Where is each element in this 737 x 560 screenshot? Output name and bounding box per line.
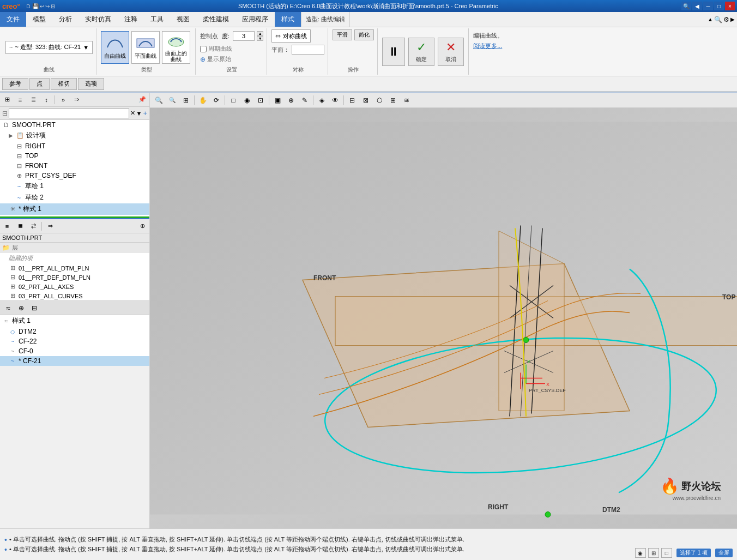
layer-new-btn[interactable]: ⊕: [136, 221, 148, 232]
read-more-link[interactable]: 阅读更多...: [473, 43, 502, 49]
menu-settings-icon[interactable]: ⚙: [723, 16, 729, 23]
status-icon2[interactable]: ⊞: [648, 548, 659, 558]
surface-curve-btn[interactable]: 曲面上的曲线: [162, 31, 190, 64]
free-curve-btn[interactable]: 自由曲线: [101, 31, 129, 64]
control-points-spinner[interactable]: ▲ ▼: [257, 31, 263, 41]
tree-item-design[interactable]: ▶ 📋 设计项: [0, 130, 149, 141]
tab-points[interactable]: 点: [29, 78, 50, 90]
search-clear-icon[interactable]: ✕: [130, 110, 135, 117]
window-search-icon[interactable]: 🔍: [681, 2, 691, 10]
vp-hidden[interactable]: ⊡: [254, 94, 267, 106]
sb-grid-btn[interactable]: ⊞: [1, 94, 13, 105]
style-item-cf21[interactable]: ~ * CF-21: [0, 356, 149, 366]
vp-view[interactable]: 👁: [329, 94, 342, 106]
menu-file[interactable]: 文件: [0, 12, 26, 27]
curve-selector-dropdown[interactable]: ▼: [83, 44, 89, 51]
tree-item-prt-csys[interactable]: ⊕ PRT_CSYS_DEF: [0, 171, 149, 180]
spin-down[interactable]: ▼: [257, 36, 263, 41]
menu-arrow-up[interactable]: ▲: [708, 16, 713, 22]
menu-flexible-modeling[interactable]: 柔性建模: [196, 12, 235, 27]
vp-extra3[interactable]: ⬡: [373, 94, 386, 106]
style-item-cf0[interactable]: ~ CF-0: [0, 346, 149, 356]
search-add-icon[interactable]: +: [143, 109, 147, 117]
tab-options[interactable]: 选项: [78, 78, 104, 90]
layer-list2-btn[interactable]: ≣: [14, 221, 26, 232]
canvas-area[interactable]: 按照前面的操作，几秒钟就把曲线的位置调整好了: [150, 108, 737, 528]
menu-search-icon[interactable]: 🔍: [714, 16, 722, 23]
confirm-btn[interactable]: ✓ 确定: [408, 38, 434, 66]
layer-settings-btn[interactable]: ⇒: [44, 221, 56, 232]
status-icon3[interactable]: □: [661, 548, 672, 558]
layer-item-3[interactable]: ⊞ 02_PRT_ALL_AXES: [0, 282, 149, 291]
perimeter-checkbox[interactable]: [200, 46, 207, 52]
design-expand[interactable]: ▶: [9, 133, 14, 139]
smooth-btn[interactable]: 平滑: [333, 29, 352, 40]
sb-list2-btn[interactable]: ≣: [27, 94, 39, 105]
menu-model[interactable]: 模型: [26, 12, 52, 27]
sb-sort-btn[interactable]: ↕: [40, 94, 52, 105]
spin-up[interactable]: ▲: [257, 31, 263, 36]
vp-zoom-in[interactable]: 🔍: [152, 94, 165, 106]
tree-item-sketch2[interactable]: ~ 草绘 2: [0, 192, 149, 203]
layer-item-1[interactable]: ⊞ 01__PRT_ALL_DTM_PLN: [0, 263, 149, 273]
titlebar-controls[interactable]: 🔍 ◀ ─ □ ×: [681, 2, 735, 10]
tree-item-style1[interactable]: ✳ * 样式 1: [0, 203, 149, 215]
tab-tangent[interactable]: 相切: [51, 78, 77, 90]
vp-model-display[interactable]: ▣: [271, 94, 284, 106]
sb-list-btn[interactable]: ≡: [14, 94, 26, 105]
search-dropdown-icon[interactable]: ▼: [136, 110, 142, 117]
style-tb-icon1[interactable]: ≈: [2, 303, 14, 314]
sb-pin-btn[interactable]: 📌: [136, 94, 148, 105]
window-close-btn[interactable]: ×: [725, 2, 735, 10]
menu-realtime-sim[interactable]: 实时仿真: [78, 12, 118, 27]
vp-rotate[interactable]: ⟳: [210, 94, 223, 106]
menu-arrow-right[interactable]: ▶: [730, 16, 735, 22]
tree-item-front[interactable]: ⊟ FRONT: [0, 161, 149, 171]
menu-view[interactable]: 视图: [170, 12, 196, 27]
style-root[interactable]: ≈ 样式 1: [0, 315, 149, 327]
vp-annotation-display[interactable]: ✎: [298, 94, 311, 106]
vp-extra1[interactable]: ⊟: [346, 94, 359, 106]
vp-shaded[interactable]: ◉: [240, 94, 253, 106]
vp-extra4[interactable]: ⊞: [386, 94, 400, 106]
tree-item-right[interactable]: ⊟ RIGHT: [0, 141, 149, 151]
control-points-input[interactable]: [233, 31, 255, 41]
style-tb-icon2[interactable]: ⊕: [15, 303, 27, 314]
menu-analysis[interactable]: 分析: [52, 12, 78, 27]
tree-root[interactable]: 🗋 SMOOTH.PRT: [0, 120, 149, 130]
tab-reference[interactable]: 参考: [2, 78, 28, 90]
tree-item-sketch1[interactable]: ~ 草绘 1: [0, 180, 149, 192]
vp-datum[interactable]: ⊕: [285, 94, 298, 106]
menu-style[interactable]: 样式: [275, 12, 301, 27]
style-item-cf22[interactable]: ~ CF-22: [0, 336, 149, 346]
status-icon1[interactable]: ◉: [635, 548, 646, 558]
window-maximize-btn[interactable]: □: [714, 2, 724, 10]
layer-hidden-header[interactable]: 隐藏的项: [0, 253, 149, 263]
style-item-dtm2[interactable]: ◇ DTM2: [0, 327, 149, 336]
tree-item-top[interactable]: ⊟ TOP: [0, 151, 149, 161]
vp-zoom-extent[interactable]: ⊞: [179, 94, 192, 106]
plane-curve-btn[interactable]: 平面曲线: [131, 31, 160, 64]
symmetry-btn[interactable]: ⇔ 对称曲线: [271, 29, 311, 43]
layer-list-btn[interactable]: ≡: [1, 221, 13, 232]
window-minimize-btn[interactable]: ─: [703, 2, 713, 10]
sb-settings-btn[interactable]: ⇒: [70, 94, 82, 105]
search-input[interactable]: [9, 109, 129, 118]
vp-appearance[interactable]: ◈: [315, 94, 328, 106]
flat-input[interactable]: [292, 45, 324, 55]
sb-arrow-btn[interactable]: »: [57, 94, 69, 105]
menu-tools[interactable]: 工具: [144, 12, 170, 27]
simplify-btn[interactable]: 简化: [354, 29, 374, 40]
vp-zoom-out[interactable]: 🔍: [166, 94, 179, 106]
layer-item-2[interactable]: ⊟ 01__PRT_DEF_DTM_PLN: [0, 273, 149, 282]
vp-pan[interactable]: ✋: [196, 94, 209, 106]
pause-btn[interactable]: ⏸: [382, 38, 405, 66]
window-arrow-icon[interactable]: ◀: [692, 2, 702, 10]
cancel-btn[interactable]: ✕ 取消: [438, 38, 464, 66]
style-tb-icon3[interactable]: ⊟: [28, 303, 40, 314]
menu-annotation[interactable]: 注释: [118, 12, 144, 27]
layer-arrows-btn[interactable]: ⇄: [27, 221, 39, 232]
vp-extra5[interactable]: ≋: [400, 94, 413, 106]
vp-extra2[interactable]: ⊠: [359, 94, 372, 106]
menu-applications[interactable]: 应用程序: [235, 12, 275, 27]
